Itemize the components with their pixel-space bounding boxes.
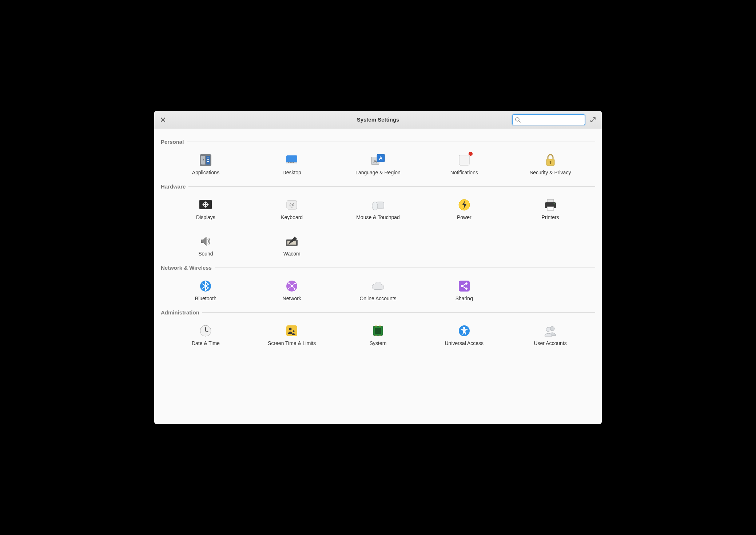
item-keyboard[interactable]: @ Keyboard	[251, 196, 333, 222]
close-icon	[161, 118, 165, 122]
svg-rect-30	[547, 199, 554, 202]
sound-icon	[198, 234, 213, 249]
svg-rect-69	[381, 335, 381, 336]
universal-access-icon	[457, 324, 471, 338]
user-accounts-icon	[543, 324, 558, 338]
item-label: Sharing	[455, 296, 473, 301]
item-label: Displays	[196, 214, 215, 220]
item-screen-time[interactable]: Screen Time & Limits	[251, 322, 333, 348]
svg-rect-66	[375, 335, 375, 336]
section-network-wireless: Network & Wireless Bluetooth	[161, 265, 595, 303]
item-notifications[interactable]: Notifications	[423, 151, 505, 177]
svg-rect-68	[379, 335, 379, 336]
item-label: Date & Time	[192, 340, 220, 346]
svg-text:あ: あ	[373, 159, 377, 163]
item-label: Desktop	[283, 170, 301, 175]
svg-rect-6	[207, 158, 209, 158]
cloud-icon	[371, 279, 385, 293]
section-administration: Administration Date & Time	[161, 309, 595, 348]
item-label: Notifications	[450, 170, 478, 175]
item-online-accounts[interactable]: Online Accounts	[337, 277, 419, 303]
search-icon	[515, 117, 521, 123]
item-applications[interactable]: ♪ Applications	[164, 151, 247, 177]
clock-icon	[198, 324, 213, 338]
item-universal-access[interactable]: Universal Access	[423, 322, 505, 348]
system-settings-window: System Settings Personal	[154, 111, 602, 424]
svg-rect-67	[377, 335, 377, 336]
svg-rect-11	[288, 162, 289, 163]
svg-point-56	[205, 330, 206, 332]
svg-text:@: @	[289, 202, 294, 208]
item-language-region[interactable]: あ A Language & Region	[337, 151, 419, 177]
item-mouse-touchpad[interactable]: Mouse & Touchpad	[337, 196, 419, 222]
section-hardware: Hardware Displays	[161, 183, 595, 258]
item-label: Universal Access	[445, 340, 484, 346]
svg-rect-64	[379, 325, 379, 327]
section-header: Hardware	[161, 183, 595, 190]
svg-text:A: A	[379, 155, 383, 161]
section-label: Hardware	[161, 183, 186, 190]
item-wacom[interactable]: Wacom	[251, 233, 333, 258]
section-header: Administration	[161, 309, 595, 316]
keyboard-icon: @	[285, 198, 299, 212]
item-security-privacy[interactable]: Security & Privacy	[509, 151, 592, 177]
language-region-icon: あ A	[371, 153, 385, 167]
svg-point-59	[293, 330, 295, 332]
item-network[interactable]: Network	[251, 277, 333, 303]
svg-rect-62	[375, 325, 375, 327]
section-label: Personal	[161, 139, 184, 145]
item-label: Bluetooth	[195, 296, 216, 301]
content-area: Personal ♪	[154, 128, 602, 424]
mouse-touchpad-icon	[371, 198, 385, 212]
svg-point-71	[463, 327, 465, 329]
item-sound[interactable]: Sound	[164, 233, 247, 258]
item-printers[interactable]: Printers	[509, 196, 592, 222]
item-label: Mouse & Touchpad	[356, 214, 400, 220]
item-bluetooth[interactable]: Bluetooth	[164, 277, 247, 303]
svg-rect-14	[293, 162, 294, 163]
item-label: Printers	[541, 214, 559, 220]
item-label: Applications	[192, 170, 220, 175]
item-label: Online Accounts	[359, 296, 396, 301]
wacom-icon	[285, 234, 299, 249]
svg-point-58	[289, 328, 292, 330]
svg-point-72	[550, 326, 554, 331]
section-header: Network & Wireless	[161, 265, 595, 271]
svg-rect-32	[547, 207, 554, 210]
svg-rect-63	[377, 325, 377, 327]
item-label: Network	[283, 296, 301, 301]
svg-rect-7	[207, 159, 209, 160]
sharing-icon	[457, 279, 471, 293]
applications-icon: ♪	[198, 153, 213, 167]
titlebar: System Settings	[154, 111, 602, 128]
section-personal: Personal ♪	[161, 139, 595, 177]
section-header: Personal	[161, 139, 595, 145]
svg-rect-61	[375, 328, 381, 334]
item-displays[interactable]: Displays	[164, 196, 247, 222]
svg-rect-47	[459, 281, 470, 292]
printers-icon	[543, 198, 558, 212]
item-system[interactable]: System	[337, 322, 419, 348]
close-button[interactable]	[158, 115, 168, 125]
svg-rect-19	[459, 155, 469, 165]
maximize-button[interactable]	[588, 115, 598, 125]
svg-point-33	[553, 203, 554, 205]
item-sharing[interactable]: Sharing	[423, 277, 505, 303]
item-label: User Accounts	[534, 340, 566, 346]
svg-rect-22	[550, 162, 551, 164]
notifications-icon	[457, 153, 471, 167]
item-power[interactable]: Power	[423, 196, 505, 222]
item-user-accounts[interactable]: User Accounts	[509, 322, 592, 348]
search-input[interactable]	[522, 117, 582, 123]
item-desktop[interactable]: Desktop	[251, 151, 333, 177]
search-box[interactable]	[512, 114, 585, 125]
item-label: Screen Time & Limits	[268, 340, 316, 346]
lock-icon	[543, 153, 558, 167]
section-label: Administration	[161, 309, 199, 316]
item-label: Power	[457, 214, 471, 220]
item-date-time[interactable]: Date & Time	[164, 322, 247, 348]
svg-rect-12	[290, 162, 291, 163]
item-label: Keyboard	[281, 214, 303, 220]
screen-time-icon	[285, 324, 299, 338]
desktop-icon	[285, 153, 299, 167]
